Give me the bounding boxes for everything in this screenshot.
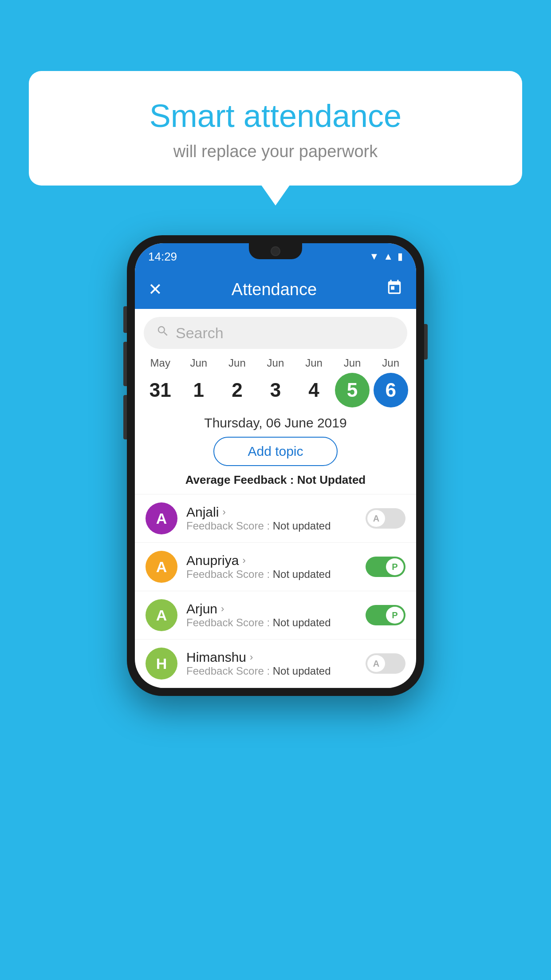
avg-feedback-label: Average Feedback : — [185, 473, 294, 486]
student-name: Anupriya › — [186, 553, 357, 568]
app-header: ✕ Attendance — [135, 270, 416, 309]
calendar-date-col[interactable]: Jun4 — [296, 357, 332, 407]
calendar-date-col[interactable]: May31 — [142, 357, 178, 407]
battery-icon: ▮ — [398, 251, 403, 262]
app-title: Attendance — [171, 280, 377, 299]
toggle-knob: A — [367, 655, 385, 672]
calendar-date-col[interactable]: Jun3 — [257, 357, 294, 407]
mute-button — [123, 306, 127, 333]
calendar-date-col[interactable]: Jun5 — [334, 357, 370, 407]
student-row[interactable]: AAnjali ›Feedback Score : Not updatedA — [135, 494, 416, 543]
phone-outer: 14:29 ▼ ▲ ▮ ✕ Attendance — [127, 235, 424, 696]
student-info: Anupriya ›Feedback Score : Not updated — [186, 553, 357, 581]
date-month-label: May — [150, 357, 170, 369]
bubble-subtitle: will replace your paperwork — [55, 142, 496, 161]
volume-up-button — [123, 342, 127, 386]
student-name: Himanshu › — [186, 650, 357, 665]
bubble-title: Smart attendance — [55, 98, 496, 134]
chevron-icon: › — [222, 506, 225, 518]
wifi-icon: ▼ — [369, 251, 379, 262]
student-feedback: Feedback Score : Not updated — [186, 568, 357, 581]
student-feedback: Feedback Score : Not updated — [186, 616, 357, 629]
phone-notch — [249, 243, 302, 259]
calendar-icon[interactable] — [386, 279, 403, 300]
attendance-toggle[interactable]: P — [366, 605, 405, 625]
chevron-icon: › — [250, 652, 253, 663]
phone-screen: 14:29 ▼ ▲ ▮ ✕ Attendance — [135, 243, 416, 688]
signal-icon: ▲ — [383, 251, 393, 262]
date-number[interactable]: 2 — [220, 373, 254, 407]
date-month-label: Jun — [190, 357, 207, 369]
student-row[interactable]: HHimanshu ›Feedback Score : Not updatedA — [135, 640, 416, 688]
status-time: 14:29 — [148, 250, 177, 264]
student-info: Arjun ›Feedback Score : Not updated — [186, 601, 357, 629]
student-feedback: Feedback Score : Not updated — [186, 665, 357, 677]
date-month-label: Jun — [382, 357, 399, 369]
attendance-toggle[interactable]: A — [366, 653, 405, 674]
add-topic-button[interactable]: Add topic — [213, 437, 338, 466]
calendar-dates-row[interactable]: May31Jun1Jun2Jun3Jun4Jun5Jun6 — [135, 357, 416, 407]
phone-mockup: 14:29 ▼ ▲ ▮ ✕ Attendance — [127, 235, 424, 696]
average-feedback: Average Feedback : Not Updated — [135, 473, 416, 487]
avatar: A — [146, 551, 177, 583]
student-list: AAnjali ›Feedback Score : Not updatedAAA… — [135, 494, 416, 688]
student-row[interactable]: AAnupriya ›Feedback Score : Not updatedP — [135, 543, 416, 591]
student-feedback: Feedback Score : Not updated — [186, 520, 357, 532]
avatar: A — [146, 599, 177, 631]
date-month-label: Jun — [344, 357, 361, 369]
volume-down-button — [123, 395, 127, 439]
toggle-knob: P — [386, 558, 404, 575]
date-number[interactable]: 31 — [143, 373, 177, 407]
avatar: A — [146, 502, 177, 534]
date-number[interactable]: 3 — [258, 373, 293, 407]
date-number[interactable]: 6 — [374, 373, 408, 407]
toggle-knob: A — [367, 510, 385, 527]
attendance-toggle[interactable]: P — [366, 557, 405, 577]
search-bar[interactable]: Search — [144, 317, 407, 349]
selected-date-label: Thursday, 06 June 2019 — [135, 415, 416, 431]
chevron-icon: › — [242, 555, 245, 566]
date-number[interactable]: 1 — [181, 373, 216, 407]
student-name: Arjun › — [186, 601, 357, 616]
close-icon[interactable]: ✕ — [148, 280, 162, 299]
student-info: Himanshu ›Feedback Score : Not updated — [186, 650, 357, 677]
date-month-label: Jun — [305, 357, 323, 369]
avg-feedback-value: Not Updated — [297, 473, 366, 486]
student-info: Anjali ›Feedback Score : Not updated — [186, 505, 357, 532]
student-row[interactable]: AArjun ›Feedback Score : Not updatedP — [135, 591, 416, 640]
toggle-knob: P — [386, 607, 404, 624]
date-month-label: Jun — [228, 357, 246, 369]
search-icon — [156, 324, 169, 341]
calendar-date-col[interactable]: Jun2 — [219, 357, 255, 407]
search-placeholder: Search — [176, 324, 224, 342]
calendar-date-col[interactable]: Jun6 — [373, 357, 409, 407]
power-button — [424, 324, 428, 360]
front-camera — [271, 246, 280, 256]
speech-bubble-wrapper: Smart attendance will replace your paper… — [29, 71, 522, 186]
status-icons: ▼ ▲ ▮ — [369, 251, 403, 262]
date-number[interactable]: 5 — [335, 373, 370, 407]
date-month-label: Jun — [267, 357, 284, 369]
avatar: H — [146, 648, 177, 680]
attendance-toggle[interactable]: A — [366, 508, 405, 529]
student-name: Anjali › — [186, 505, 357, 520]
chevron-icon: › — [221, 603, 224, 615]
date-number[interactable]: 4 — [297, 373, 331, 407]
calendar-date-col[interactable]: Jun1 — [181, 357, 217, 407]
speech-bubble: Smart attendance will replace your paper… — [29, 71, 522, 186]
